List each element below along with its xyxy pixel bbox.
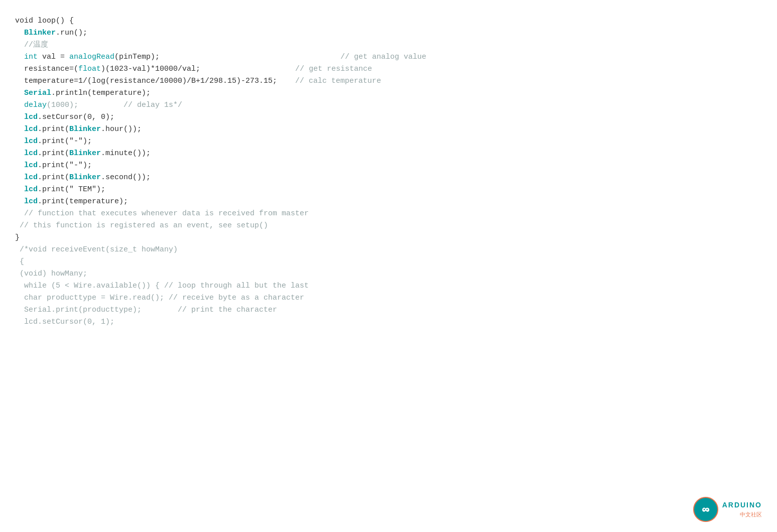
code-token xyxy=(15,29,24,37)
arduino-text: ARDUINO 中文社区 xyxy=(722,499,762,519)
code-token: (void) howMany; xyxy=(15,270,87,278)
code-token: (1000); // delay 1s*/ xyxy=(47,101,182,109)
code-line: { xyxy=(15,256,762,268)
code-line: lcd.print(Blinker.hour()); xyxy=(15,123,762,136)
code-token: // get analog value xyxy=(160,53,426,61)
code-line: lcd.print(Blinker.second()); xyxy=(15,172,762,184)
arduino-name-label: ARDUINO xyxy=(722,499,762,510)
code-token: .print( xyxy=(38,149,69,158)
code-token: Blinker xyxy=(69,125,101,134)
code-token: Blinker xyxy=(69,149,101,158)
code-token: Serial xyxy=(24,89,51,97)
code-line: Serial.print(producttype); // print the … xyxy=(15,304,762,316)
code-token: .minute()); xyxy=(101,149,151,158)
code-token: lcd xyxy=(24,113,38,121)
code-token: char producttype = Wire.read(); // recei… xyxy=(15,294,304,302)
code-line: Serial.println(temperature); xyxy=(15,87,762,99)
code-line: lcd.print(Blinker.minute()); xyxy=(15,148,762,160)
code-line: } xyxy=(15,232,762,244)
code-line: char producttype = Wire.read(); // recei… xyxy=(15,292,762,304)
code-token: lcd xyxy=(24,173,38,182)
code-token: .run(); xyxy=(56,29,87,37)
code-token: float xyxy=(78,65,101,73)
code-token xyxy=(15,101,24,109)
code-token: // function that executes whenever data … xyxy=(15,209,309,218)
code-token: .print("-"); xyxy=(38,161,92,170)
code-line: // function that executes whenever data … xyxy=(15,208,762,220)
code-token xyxy=(15,173,24,182)
code-editor: void loop() { Blinker.run(); //温度 int va… xyxy=(15,10,762,333)
code-token: int xyxy=(24,53,38,61)
code-token: lcd xyxy=(24,125,38,134)
code-token xyxy=(15,149,24,158)
code-token: .setCursor(0, 0); xyxy=(38,113,114,121)
code-token: .print( xyxy=(38,125,69,134)
arduino-logo-container: ∞ ∞ ARDUINO 中文社区 xyxy=(693,497,762,522)
code-token: temperature=1/(log(resistance/10000)/B+1… xyxy=(15,77,277,85)
code-line: resistance=(float)(1023-val)*10000/val; … xyxy=(15,63,762,75)
code-token xyxy=(15,89,24,97)
code-token xyxy=(15,161,24,170)
code-token: void loop() { xyxy=(15,17,74,25)
arduino-community-label: 中文社区 xyxy=(740,510,762,519)
code-token: (pinTemp); xyxy=(114,53,160,61)
code-token: while (5 < Wire.available()) { // loop t… xyxy=(15,282,309,290)
code-token: lcd xyxy=(24,197,38,206)
code-line: /*void receiveEvent(size_t howMany) xyxy=(15,244,762,256)
code-token: .print(" TEM"); xyxy=(38,185,105,194)
code-token: { xyxy=(15,257,24,266)
svg-text:∞: ∞ xyxy=(702,503,710,515)
code-token: .hour()); xyxy=(101,125,142,134)
code-line: lcd.print(temperature); xyxy=(15,196,762,208)
code-token: .print( xyxy=(38,173,69,182)
code-token: )(1023-val)*10000/val; xyxy=(101,65,200,73)
code-token: Blinker xyxy=(69,173,101,182)
code-line: // this function is registered as an eve… xyxy=(15,220,762,232)
code-line: (void) howMany; xyxy=(15,268,762,280)
code-token: // this function is registered as an eve… xyxy=(15,221,268,230)
code-line: delay(1000); // delay 1s*/ xyxy=(15,99,762,111)
code-token: .second()); xyxy=(101,173,151,182)
code-line: lcd.print(" TEM"); xyxy=(15,184,762,196)
code-token: .print(temperature); xyxy=(38,197,128,206)
code-line: int val = analogRead(pinTemp); // get an… xyxy=(15,51,762,63)
code-token: lcd xyxy=(24,185,38,194)
code-token: resistance=( xyxy=(15,65,78,73)
code-line: lcd.print("-"); xyxy=(15,136,762,148)
code-token: lcd xyxy=(24,137,38,146)
code-line: lcd.setCursor(0, 0); xyxy=(15,111,762,123)
code-token: } xyxy=(15,233,20,242)
code-token: val = xyxy=(38,53,69,61)
code-token: analogRead xyxy=(69,53,114,61)
code-line: lcd.print("-"); xyxy=(15,160,762,172)
code-token: Serial.print(producttype); // print the … xyxy=(15,306,277,314)
code-token xyxy=(15,197,24,206)
code-line: //温度 xyxy=(15,39,762,51)
code-token: // get resistance xyxy=(200,65,372,73)
code-token: //温度 xyxy=(15,41,48,49)
arduino-logo-icon: ∞ ∞ xyxy=(693,497,718,522)
code-line: temperature=1/(log(resistance/10000)/B+1… xyxy=(15,75,762,87)
code-token: Blinker xyxy=(24,29,56,37)
code-line: while (5 < Wire.available()) { // loop t… xyxy=(15,280,762,292)
code-token xyxy=(15,125,24,134)
code-token xyxy=(15,185,24,194)
code-token: lcd.setCursor(0, 1); xyxy=(15,318,114,326)
code-token: lcd xyxy=(24,149,38,158)
code-line: lcd.setCursor(0, 1); xyxy=(15,316,762,328)
code-token: /*void receiveEvent(size_t howMany) xyxy=(15,245,178,254)
code-token xyxy=(15,53,24,61)
code-token: .println(temperature); xyxy=(51,89,151,97)
code-token: lcd xyxy=(24,161,38,170)
code-token xyxy=(15,113,24,121)
code-token: // calc temperature xyxy=(277,77,381,85)
code-token: .print("-"); xyxy=(38,137,92,146)
code-token xyxy=(15,137,24,146)
code-line: void loop() { xyxy=(15,15,762,27)
code-token: delay xyxy=(24,101,47,109)
code-line: Blinker.run(); xyxy=(15,27,762,39)
